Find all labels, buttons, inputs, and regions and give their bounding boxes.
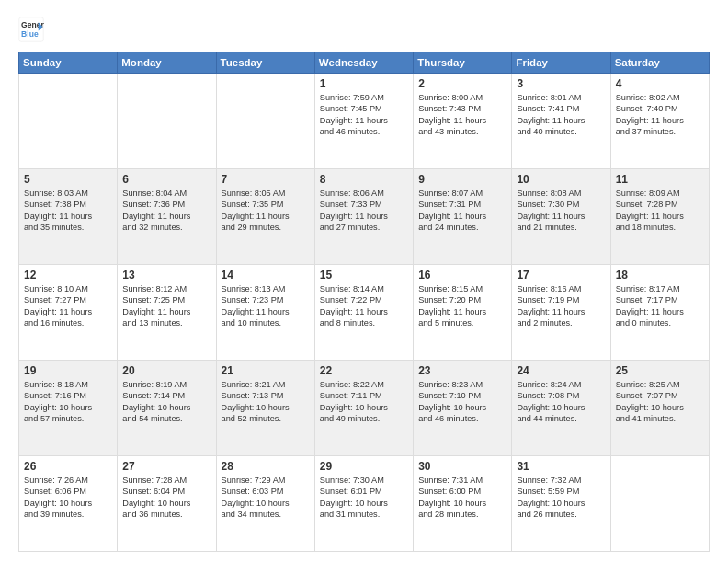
- day-info: Sunrise: 8:07 AM Sunset: 7:31 PM Dayligh…: [418, 188, 506, 234]
- day-number: 7: [222, 173, 310, 186]
- day-info: Sunrise: 8:25 AM Sunset: 7:07 PM Dayligh…: [616, 379, 704, 425]
- page: General Blue SundayMondayTuesdayWednesda…: [0, 0, 728, 563]
- calendar-cell: 1Sunrise: 7:59 AM Sunset: 7:45 PM Daylig…: [314, 74, 413, 169]
- calendar-cell: 5Sunrise: 8:03 AM Sunset: 7:38 PM Daylig…: [19, 169, 118, 265]
- weekday-header-cell: Sunday: [19, 52, 118, 74]
- day-number: 28: [222, 460, 310, 473]
- day-info: Sunrise: 8:15 AM Sunset: 7:20 PM Dayligh…: [418, 283, 506, 329]
- calendar-cell: 4Sunrise: 8:02 AM Sunset: 7:40 PM Daylig…: [610, 74, 709, 169]
- day-number: 5: [24, 173, 112, 186]
- day-number: 12: [24, 269, 112, 282]
- day-info: Sunrise: 8:13 AM Sunset: 7:23 PM Dayligh…: [222, 283, 310, 329]
- calendar-body: 1Sunrise: 7:59 AM Sunset: 7:45 PM Daylig…: [19, 74, 710, 552]
- day-info: Sunrise: 8:23 AM Sunset: 7:10 PM Dayligh…: [418, 379, 506, 425]
- calendar-cell: 14Sunrise: 8:13 AM Sunset: 7:23 PM Dayli…: [216, 265, 314, 361]
- day-number: 11: [616, 173, 704, 186]
- day-info: Sunrise: 8:21 AM Sunset: 7:13 PM Dayligh…: [222, 379, 310, 425]
- day-info: Sunrise: 8:17 AM Sunset: 7:17 PM Dayligh…: [616, 283, 704, 329]
- calendar-cell: 12Sunrise: 8:10 AM Sunset: 7:27 PM Dayli…: [19, 265, 118, 361]
- day-number: 31: [517, 460, 605, 473]
- calendar-cell: 16Sunrise: 8:15 AM Sunset: 7:20 PM Dayli…: [414, 265, 512, 361]
- weekday-header-cell: Friday: [512, 52, 610, 74]
- logo: General Blue: [18, 17, 44, 42]
- weekday-header-cell: Saturday: [610, 52, 709, 74]
- day-info: Sunrise: 8:19 AM Sunset: 7:14 PM Dayligh…: [122, 379, 210, 425]
- day-info: Sunrise: 7:29 AM Sunset: 6:03 PM Dayligh…: [222, 475, 310, 521]
- calendar-cell: 23Sunrise: 8:23 AM Sunset: 7:10 PM Dayli…: [414, 361, 512, 456]
- calendar-cell: 6Sunrise: 8:04 AM Sunset: 7:36 PM Daylig…: [118, 169, 216, 265]
- calendar-week-row: 5Sunrise: 8:03 AM Sunset: 7:38 PM Daylig…: [19, 169, 710, 265]
- day-number: 13: [122, 269, 210, 282]
- day-number: 27: [122, 460, 210, 473]
- day-number: 9: [418, 173, 506, 186]
- day-info: Sunrise: 8:01 AM Sunset: 7:41 PM Dayligh…: [517, 92, 605, 138]
- calendar-cell: [610, 456, 709, 552]
- calendar-cell: [118, 74, 216, 169]
- calendar-cell: 8Sunrise: 8:06 AM Sunset: 7:33 PM Daylig…: [314, 169, 413, 265]
- day-info: Sunrise: 8:16 AM Sunset: 7:19 PM Dayligh…: [517, 283, 605, 329]
- day-number: 29: [320, 460, 408, 473]
- day-info: Sunrise: 7:31 AM Sunset: 6:00 PM Dayligh…: [418, 475, 506, 521]
- day-number: 2: [418, 77, 506, 90]
- day-number: 19: [24, 364, 112, 377]
- weekday-header-cell: Tuesday: [216, 52, 314, 74]
- day-number: 16: [418, 269, 506, 282]
- day-info: Sunrise: 7:59 AM Sunset: 7:45 PM Dayligh…: [320, 92, 408, 138]
- day-info: Sunrise: 7:26 AM Sunset: 6:06 PM Dayligh…: [24, 475, 112, 521]
- day-number: 1: [320, 77, 408, 90]
- weekday-header-cell: Thursday: [414, 52, 512, 74]
- calendar-cell: 3Sunrise: 8:01 AM Sunset: 7:41 PM Daylig…: [512, 74, 610, 169]
- day-number: 15: [320, 269, 408, 282]
- day-info: Sunrise: 8:04 AM Sunset: 7:36 PM Dayligh…: [122, 188, 210, 234]
- day-info: Sunrise: 8:10 AM Sunset: 7:27 PM Dayligh…: [24, 283, 112, 329]
- calendar-week-row: 1Sunrise: 7:59 AM Sunset: 7:45 PM Daylig…: [19, 74, 710, 169]
- calendar-cell: 7Sunrise: 8:05 AM Sunset: 7:35 PM Daylig…: [216, 169, 314, 265]
- day-number: 22: [320, 364, 408, 377]
- day-info: Sunrise: 8:09 AM Sunset: 7:28 PM Dayligh…: [616, 188, 704, 234]
- calendar-cell: 13Sunrise: 8:12 AM Sunset: 7:25 PM Dayli…: [118, 265, 216, 361]
- calendar-week-row: 12Sunrise: 8:10 AM Sunset: 7:27 PM Dayli…: [19, 265, 710, 361]
- day-number: 21: [222, 364, 310, 377]
- day-info: Sunrise: 8:08 AM Sunset: 7:30 PM Dayligh…: [517, 188, 605, 234]
- day-info: Sunrise: 7:32 AM Sunset: 5:59 PM Dayligh…: [517, 475, 605, 521]
- day-number: 4: [616, 77, 704, 90]
- calendar-cell: 18Sunrise: 8:17 AM Sunset: 7:17 PM Dayli…: [610, 265, 709, 361]
- day-info: Sunrise: 8:05 AM Sunset: 7:35 PM Dayligh…: [222, 188, 310, 234]
- calendar-cell: 11Sunrise: 8:09 AM Sunset: 7:28 PM Dayli…: [610, 169, 709, 265]
- calendar-cell: 9Sunrise: 8:07 AM Sunset: 7:31 PM Daylig…: [414, 169, 512, 265]
- calendar-cell: [216, 74, 314, 169]
- day-number: 20: [122, 364, 210, 377]
- day-info: Sunrise: 8:06 AM Sunset: 7:33 PM Dayligh…: [320, 188, 408, 234]
- day-number: 26: [24, 460, 112, 473]
- calendar-cell: 20Sunrise: 8:19 AM Sunset: 7:14 PM Dayli…: [118, 361, 216, 456]
- calendar-cell: 19Sunrise: 8:18 AM Sunset: 7:16 PM Dayli…: [19, 361, 118, 456]
- calendar-week-row: 26Sunrise: 7:26 AM Sunset: 6:06 PM Dayli…: [19, 456, 710, 552]
- calendar-cell: 2Sunrise: 8:00 AM Sunset: 7:43 PM Daylig…: [414, 74, 512, 169]
- day-info: Sunrise: 7:28 AM Sunset: 6:04 PM Dayligh…: [122, 475, 210, 521]
- day-number: 3: [517, 77, 605, 90]
- logo-icon: General Blue: [18, 17, 44, 42]
- day-number: 17: [517, 269, 605, 282]
- day-number: 10: [517, 173, 605, 186]
- calendar-cell: 30Sunrise: 7:31 AM Sunset: 6:00 PM Dayli…: [414, 456, 512, 552]
- day-number: 14: [222, 269, 310, 282]
- day-info: Sunrise: 7:30 AM Sunset: 6:01 PM Dayligh…: [320, 475, 408, 521]
- calendar-cell: [19, 74, 118, 169]
- day-info: Sunrise: 8:12 AM Sunset: 7:25 PM Dayligh…: [122, 283, 210, 329]
- day-number: 30: [418, 460, 506, 473]
- calendar-cell: 24Sunrise: 8:24 AM Sunset: 7:08 PM Dayli…: [512, 361, 610, 456]
- calendar-table: SundayMondayTuesdayWednesdayThursdayFrid…: [18, 52, 710, 552]
- day-number: 8: [320, 173, 408, 186]
- calendar-cell: 27Sunrise: 7:28 AM Sunset: 6:04 PM Dayli…: [118, 456, 216, 552]
- calendar-cell: 26Sunrise: 7:26 AM Sunset: 6:06 PM Dayli…: [19, 456, 118, 552]
- day-info: Sunrise: 8:14 AM Sunset: 7:22 PM Dayligh…: [320, 283, 408, 329]
- day-number: 18: [616, 269, 704, 282]
- day-number: 25: [616, 364, 704, 377]
- day-info: Sunrise: 8:02 AM Sunset: 7:40 PM Dayligh…: [616, 92, 704, 138]
- calendar-week-row: 19Sunrise: 8:18 AM Sunset: 7:16 PM Dayli…: [19, 361, 710, 456]
- day-info: Sunrise: 8:22 AM Sunset: 7:11 PM Dayligh…: [320, 379, 408, 425]
- day-number: 23: [418, 364, 506, 377]
- svg-text:Blue: Blue: [21, 29, 39, 39]
- calendar-cell: 17Sunrise: 8:16 AM Sunset: 7:19 PM Dayli…: [512, 265, 610, 361]
- calendar-cell: 28Sunrise: 7:29 AM Sunset: 6:03 PM Dayli…: [216, 456, 314, 552]
